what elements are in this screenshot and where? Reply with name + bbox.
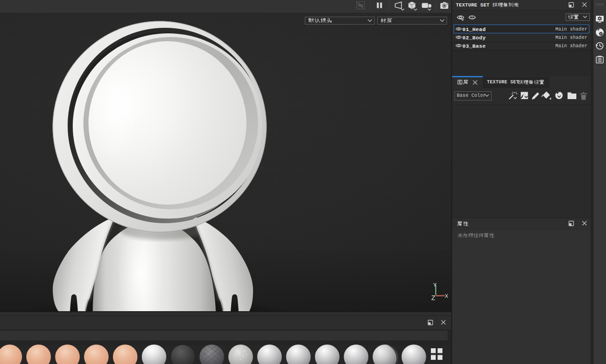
svg-text:1: 1: [471, 16, 473, 20]
svg-text:Z: Z: [431, 294, 436, 301]
svg-text:Y: Y: [433, 282, 437, 288]
svg-text:X: X: [445, 293, 448, 299]
